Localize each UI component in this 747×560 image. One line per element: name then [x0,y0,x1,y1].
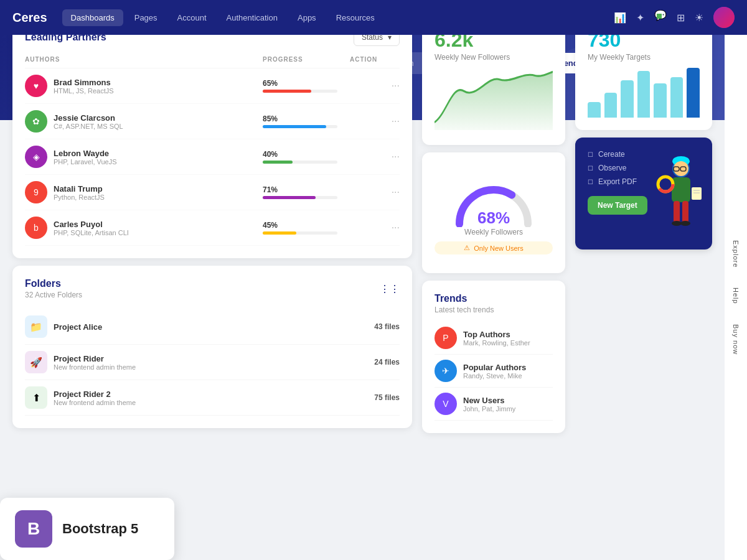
chevron-down-icon: ▾ [388,35,392,42]
partner-info: ✿ Jessie Clarcson C#, ASP.NET, MS SQL [25,110,263,133]
sparkle-icon[interactable]: ✦ [636,12,644,24]
folders-header: Folders 32 Active Folders ⋮⋮ [25,278,400,299]
bootstrap-overlay: B Bootstrap 5 [0,498,174,560]
trends-subtitle: Latest tech trends [435,306,553,314]
card-header: Leading Partners Status ▾ [25,35,400,46]
bar [687,68,700,118]
trend-users: Mark, Rowling, Esther [463,339,530,347]
middle-column: 6.2k Weekly New Followers [422,35,565,433]
bar [588,102,601,118]
status-label: Status [362,35,383,42]
new-target-button[interactable]: New Target [588,196,647,215]
trend-icon: ✈ [435,360,457,382]
action-menu[interactable]: ··· [350,116,400,127]
nav-item-account[interactable]: Account [169,9,215,26]
progress-container: 71% [263,185,350,199]
online-dot [657,14,662,19]
grid-icon[interactable]: ⊞ [677,12,685,24]
side-panel: Explore Help Buy now [725,35,747,560]
progress-bar-fill [263,231,296,235]
user-avatar[interactable] [713,7,735,28]
col-authors: AUTHORS [25,56,263,63]
folder-icon: ⬆ [25,386,47,409]
target-option[interactable]: ☐Export PDF [588,177,647,186]
list-item: 📁 Project Alice 43 files [25,309,400,345]
progress-percent: 71% [263,185,350,194]
dots-icon[interactable]: ⋮⋮ [380,283,400,295]
trend-name: Popular Authors [463,363,526,372]
progress-container: 85% [263,114,350,128]
brand-logo: Ceres [12,11,47,25]
nav-icons: 📊 ✦ 💬 ⊞ ☀ [614,7,735,28]
status-dropdown[interactable]: Status ▾ [354,35,400,46]
side-buy[interactable]: Buy now [732,314,740,365]
table-row: ◈ Lebron Wayde PHP, Laravel, VueJS 40% ·… [25,139,400,175]
progress-bar-bg [263,231,337,235]
partner-skills: HTML, JS, ReactJS [54,87,114,95]
action-menu[interactable]: ··· [350,151,400,162]
list-item: 🚀 Project Rider New frontend admin theme… [25,345,400,380]
progress-bar-bg [263,90,337,93]
nav-item-authentication[interactable]: Authentication [218,9,286,26]
followers-label: Weekly New Followers [435,53,553,62]
targets-number: 730 [588,35,700,52]
trend-icon: V [435,393,457,415]
table-row: b Carles Puyol PHP, SQLite, Artisan CLI … [25,210,400,246]
action-menu[interactable]: ··· [350,80,400,91]
nav-item-apps[interactable]: Apps [289,9,325,26]
list-item: ⬆ Project Rider 2 New frontend admin the… [25,380,400,416]
partner-name: Natali Trump [54,184,105,194]
progress-bar-fill [263,161,293,164]
bar-chart-icon[interactable]: 📊 [614,12,626,24]
progress-bar-fill [263,196,316,199]
col-progress: PROGRESS [263,56,350,63]
gauge-note: ⚠ Only New Users [435,241,553,254]
progress-percent: 45% [263,221,350,230]
list-item: P Top Authors Mark, Rowling, Esther [435,322,553,355]
partner-info: b Carles Puyol PHP, SQLite, Artisan CLI [25,217,263,239]
partner-avatar: 9 [25,181,47,203]
folders-card: Folders 32 Active Folders ⋮⋮ 📁 Project A… [12,266,412,428]
nav-item-pages[interactable]: Pages [126,9,166,26]
side-help[interactable]: Help [732,278,740,314]
svg-rect-5 [672,177,690,202]
folder-name: Project Alice [54,322,102,332]
table-row: ✿ Jessie Clarcson C#, ASP.NET, MS SQL 85… [25,104,400,139]
folder-info: ⬆ Project Rider 2 New frontend admin the… [25,386,136,409]
progress-container: 40% [263,150,350,164]
warning-icon: ⚠ [464,244,470,252]
nav-item-dashboards[interactable]: Dashboards [62,9,123,26]
leading-partners-title: Leading Partners [25,35,106,43]
svg-rect-6 [674,201,680,223]
left-column: Leading Partners Status ▾ AUTHORS PROGRE… [12,35,412,433]
nav-item-resources[interactable]: Resources [327,9,383,26]
partner-name: Carles Puyol [54,220,129,229]
table-header: AUTHORS PROGRESS ACTION [25,56,400,68]
character-illustration [650,138,712,250]
col-action: ACTION [350,56,400,63]
action-menu[interactable]: ··· [350,222,400,233]
trends-title: Trends [435,293,467,304]
bootstrap-icon: B [15,510,52,548]
followers-chart [435,68,553,130]
svg-point-8 [672,221,682,226]
target-option-label: Cereate [598,150,625,159]
target-option[interactable]: ☐Cereate [588,150,647,159]
weekly-followers-card: 6.2k Weekly New Followers [422,35,565,145]
trend-icon: P [435,327,457,349]
settings-icon[interactable]: ☀ [695,12,703,24]
partner-name: Lebron Wayde [54,149,117,158]
right-column: 730 My Weekly Targets ☐Cereate☐Observe☐E… [575,35,712,433]
partner-avatar: ◈ [25,146,47,168]
target-option[interactable]: ☐Observe [588,164,647,172]
folder-icon: 📁 [25,315,47,338]
action-menu[interactable]: ··· [350,187,400,198]
gauge-card: 68% Weekly Followers ⚠ Only New Users [422,152,565,273]
side-explore[interactable]: Explore [732,230,740,278]
folders-list: 📁 Project Alice 43 files 🚀 Project Rider… [25,309,400,416]
progress-percent: 40% [263,150,350,159]
folder-desc: New frontend admin theme [54,399,136,406]
trend-users: Randy, Steve, Mike [463,372,526,380]
partner-info: ◈ Lebron Wayde PHP, Laravel, VueJS [25,146,263,168]
bootstrap-letter: B [27,519,40,539]
